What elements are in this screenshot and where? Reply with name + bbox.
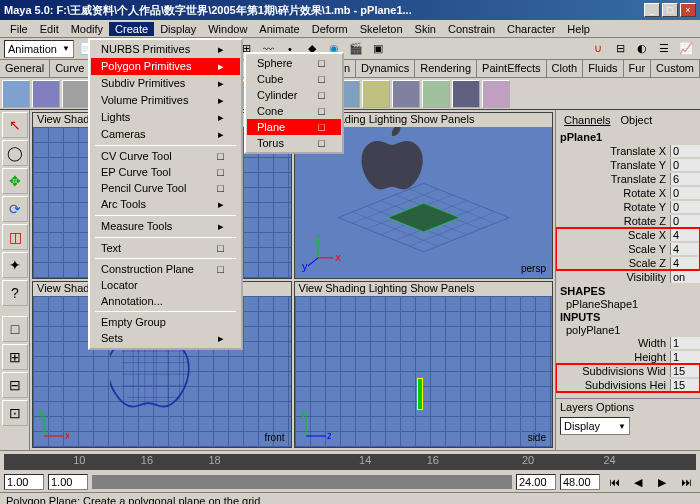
menu-item-torus[interactable]: Torus□ <box>247 135 341 151</box>
menu-item-ep-curve[interactable]: EP Curve Tool□ <box>91 164 240 180</box>
rotate-z-field[interactable]: 0 <box>670 215 700 227</box>
shelf-tab-curve[interactable]: Curve <box>50 60 90 77</box>
menu-create[interactable]: Create <box>109 22 154 36</box>
range-end-field[interactable]: 48.00 <box>560 474 600 490</box>
shelf-tab-cloth[interactable]: Cloth <box>547 60 584 77</box>
menu-item-sphere[interactable]: Sphere□ <box>247 55 341 71</box>
menu-item-polygon-primitives[interactable]: Polygon Primitives▸ <box>91 58 240 75</box>
shelf-item[interactable] <box>32 80 60 108</box>
menu-item-plane[interactable]: Plane□ <box>247 119 341 135</box>
menu-item-empty-group[interactable]: Empty Group <box>91 314 240 330</box>
menu-item-lights[interactable]: Lights▸ <box>91 109 240 126</box>
shelf-tab-general[interactable]: General <box>0 60 50 77</box>
menu-constrain[interactable]: Constrain <box>442 22 501 36</box>
last-tool-icon[interactable]: ? <box>2 280 28 306</box>
playback-back-icon[interactable]: ◀ <box>628 472 648 492</box>
layers-display-combo[interactable]: Display▼ <box>560 417 630 435</box>
scale-z-field[interactable]: 4 <box>670 257 700 269</box>
shelf-item[interactable] <box>2 80 30 108</box>
range-start-field[interactable]: 1.00 <box>4 474 44 490</box>
input-name[interactable]: polyPlane1 <box>556 324 700 336</box>
tab-channels[interactable]: Channels <box>560 112 614 128</box>
rotate-y-field[interactable]: 0 <box>670 201 700 213</box>
menu-edit[interactable]: Edit <box>34 22 65 36</box>
scale-tool-icon[interactable]: ◫ <box>2 224 28 250</box>
graph-editor-icon[interactable]: 📈 <box>676 39 696 59</box>
menu-item-pencil-curve[interactable]: Pencil Curve Tool□ <box>91 180 240 196</box>
menu-character[interactable]: Character <box>501 22 561 36</box>
layout2-icon[interactable]: ⊡ <box>2 400 28 426</box>
minimize-button[interactable]: _ <box>644 3 660 17</box>
magnet-icon[interactable]: ∪ <box>588 39 608 59</box>
menu-animate[interactable]: Animate <box>253 22 305 36</box>
outliner-icon[interactable]: ☰ <box>654 39 674 59</box>
scale-x-field[interactable]: 4 <box>670 229 700 241</box>
menu-item-cube[interactable]: Cube□ <box>247 71 341 87</box>
subdiv-w-field[interactable]: 15 <box>670 365 700 377</box>
hypershade-icon[interactable]: ◐ <box>632 39 652 59</box>
width-field[interactable]: 1 <box>670 337 700 349</box>
shelf-tab-custom[interactable]: Custom <box>651 60 700 77</box>
menu-help[interactable]: Help <box>561 22 596 36</box>
four-view-icon[interactable]: ⊞ <box>2 344 28 370</box>
single-view-icon[interactable]: □ <box>2 316 28 342</box>
scale-y-field[interactable]: 4 <box>670 243 700 255</box>
menu-item-arc[interactable]: Arc Tools▸ <box>91 196 240 213</box>
menu-item-locator[interactable]: Locator <box>91 277 240 293</box>
shelf-tab-dynamics[interactable]: Dynamics <box>356 60 415 77</box>
lasso-tool-icon[interactable]: ◯ <box>2 140 28 166</box>
menu-window[interactable]: Window <box>202 22 253 36</box>
menu-deform[interactable]: Deform <box>306 22 354 36</box>
menu-item-cone[interactable]: Cone□ <box>247 103 341 119</box>
select-tool-icon[interactable]: ↖ <box>2 112 28 138</box>
translate-y-field[interactable]: 0 <box>670 159 700 171</box>
ipr-icon[interactable]: ▣ <box>368 39 388 59</box>
render-icon[interactable]: 🎬 <box>346 39 366 59</box>
translate-z-field[interactable]: 6 <box>670 173 700 185</box>
timeline-track[interactable]: 10 16 18 14 16 20 24 <box>4 454 696 470</box>
shelf-item[interactable] <box>452 80 480 108</box>
menu-skeleton[interactable]: Skeleton <box>354 22 409 36</box>
move-tool-icon[interactable]: ✥ <box>2 168 28 194</box>
height-field[interactable]: 1 <box>670 351 700 363</box>
menu-file[interactable]: File <box>4 22 34 36</box>
visibility-field[interactable]: on <box>670 271 700 283</box>
shelf-tab-rendering[interactable]: Rendering <box>415 60 477 77</box>
menu-item-cv-curve[interactable]: CV Curve Tool□ <box>91 148 240 164</box>
shelf-icon[interactable]: ⊟ <box>610 39 630 59</box>
playback-fwd-icon[interactable]: ⏭ <box>676 472 696 492</box>
shelf-item[interactable] <box>482 80 510 108</box>
rotate-x-field[interactable]: 0 <box>670 187 700 199</box>
range-out-field[interactable]: 24.00 <box>516 474 556 490</box>
menu-item-cplane[interactable]: Construction Plane□ <box>91 261 240 277</box>
shelf-item[interactable] <box>392 80 420 108</box>
time-slider[interactable]: 10 16 18 14 16 20 24 <box>0 450 700 472</box>
menu-skin[interactable]: Skin <box>409 22 442 36</box>
menu-item-volume[interactable]: Volume Primitives▸ <box>91 92 240 109</box>
shelf-tab-paint[interactable]: PaintEffects <box>477 60 547 77</box>
menu-display[interactable]: Display <box>154 22 202 36</box>
rotate-tool-icon[interactable]: ⟳ <box>2 196 28 222</box>
menu-item-cameras[interactable]: Cameras▸ <box>91 126 240 143</box>
playback-play-icon[interactable]: ▶ <box>652 472 672 492</box>
menu-item-annotation[interactable]: Annotation... <box>91 293 240 309</box>
shelf-item[interactable] <box>362 80 390 108</box>
shelf-tab-fur[interactable]: Fur <box>624 60 652 77</box>
shelf-item[interactable] <box>422 80 450 108</box>
shelf-item[interactable] <box>62 80 90 108</box>
module-combo[interactable]: Animation▼ <box>4 40 74 58</box>
shelf-tab-fluids[interactable]: Fluids <box>583 60 623 77</box>
subdiv-h-field[interactable]: 15 <box>670 379 700 391</box>
menu-item-subdiv[interactable]: Subdiv Primitives▸ <box>91 75 240 92</box>
viewport-side[interactable]: View Shading Lighting Show Panels zy sid… <box>294 281 554 448</box>
manipulator-icon[interactable]: ✦ <box>2 252 28 278</box>
menu-item-cylinder[interactable]: Cylinder□ <box>247 87 341 103</box>
playback-rewind-icon[interactable]: ⏮ <box>604 472 624 492</box>
shape-name[interactable]: pPlaneShape1 <box>556 298 700 310</box>
menu-item-sets[interactable]: Sets▸ <box>91 330 240 347</box>
layout-icon[interactable]: ⊟ <box>2 372 28 398</box>
range-in-field[interactable]: 1.00 <box>48 474 88 490</box>
close-button[interactable]: × <box>680 3 696 17</box>
range-track[interactable] <box>92 475 512 489</box>
tab-object[interactable]: Object <box>614 112 658 128</box>
